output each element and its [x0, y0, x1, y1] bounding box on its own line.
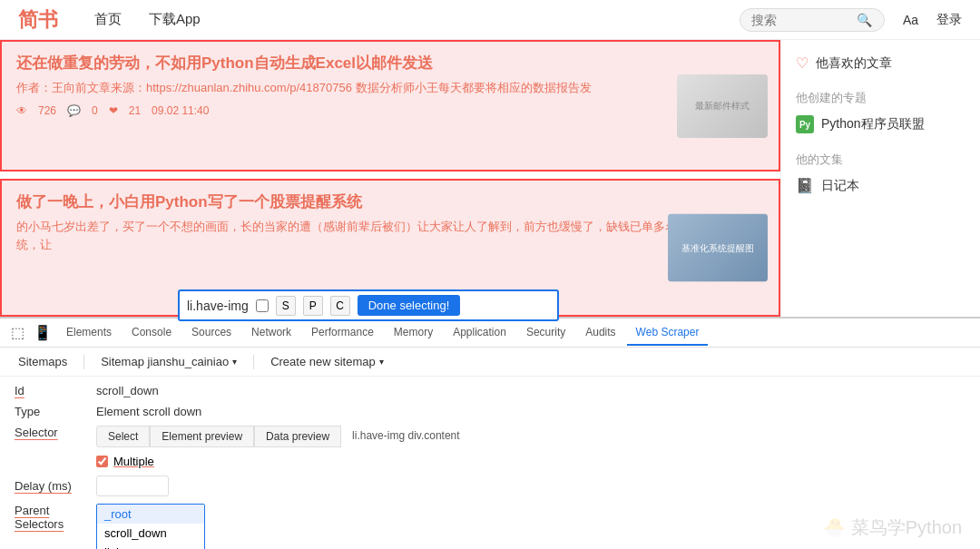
multiple-row: Multiple: [96, 455, 965, 468]
tab-performance[interactable]: Performance: [302, 320, 383, 346]
sidebar-topics-title: 他创建的专题: [796, 90, 965, 106]
article-date-1: 09.02 11:40: [152, 104, 209, 117]
selector-bar: li.have-img S P C Done selecting!: [178, 289, 559, 321]
tab-sources[interactable]: Sources: [182, 320, 240, 346]
sidebar-likes-section: ♡ 他喜欢的文章: [796, 54, 965, 72]
selector-current-value: li.have-img div.content: [341, 426, 471, 447]
tab-application[interactable]: Application: [444, 320, 515, 346]
article-title-2: 做了一晚上，小白用Python写了一个股票提醒系统: [16, 191, 764, 212]
view-icon: 👁: [16, 104, 27, 117]
tab-memory[interactable]: Memory: [385, 320, 442, 346]
sidebar-topics-section: 他创建的专题 Py Python程序员联盟: [796, 90, 965, 133]
article-desc-1: 作者：王向前文章来源：https://zhuanlan.zhihu.com/p/…: [16, 79, 764, 97]
id-value: scroll_down: [96, 384, 159, 397]
selector-tabs: Select Element preview Data preview li.h…: [96, 426, 471, 447]
type-label: Type: [15, 405, 96, 418]
tab-elements[interactable]: Elements: [57, 320, 121, 346]
parent-option-root[interactable]: _root: [97, 505, 204, 524]
toolbar-divider: [83, 355, 84, 369]
type-value: Element scroll down: [96, 405, 201, 418]
parent-option-link[interactable]: link: [97, 543, 204, 549]
like-count: 21: [129, 104, 141, 117]
comment-count: 0: [92, 104, 98, 117]
sidebar-post-1[interactable]: 📓 日记本: [796, 177, 965, 194]
python-avatar: Py: [796, 115, 814, 133]
comment-icon: 💬: [67, 104, 81, 117]
font-size-button[interactable]: Aa: [903, 13, 918, 27]
like-icon: ❤: [109, 104, 118, 117]
sidebar-topic-1[interactable]: Py Python程序员联盟: [796, 115, 965, 133]
thumb-label-1: 最新邮件样式: [695, 100, 750, 113]
parent-label: Parent Selectors: [15, 504, 96, 531]
create-sitemap-arrow: ▾: [379, 357, 384, 367]
article-thumb-2: 基准化系统提醒图: [668, 214, 768, 282]
tab-security[interactable]: Security: [517, 320, 574, 346]
form-row-delay: Delay (ms) 1000: [15, 475, 965, 496]
sidebar: ♡ 他喜欢的文章 他创建的专题 Py Python程序员联盟 他的文集 📓 日记…: [780, 40, 980, 317]
tab-audits[interactable]: Audits: [576, 320, 624, 346]
id-label: Id: [15, 384, 96, 397]
form-area: Id scroll_down Type Element scroll down …: [0, 377, 980, 549]
multiple-checkbox[interactable]: [96, 456, 108, 467]
tab-web-scraper[interactable]: Web Scraper: [627, 320, 709, 346]
devtools-panel: ⬚ 📱 Elements Console Sources Network Per…: [0, 317, 980, 549]
sitemaps-button[interactable]: Sitemaps: [11, 353, 74, 370]
parent-option-scroll-down[interactable]: scroll_down: [97, 524, 204, 543]
login-button[interactable]: 登录: [936, 12, 962, 28]
selector-s-button[interactable]: S: [276, 296, 296, 316]
selector-label: Selector: [15, 426, 96, 439]
thumb-label-2: 基准化系统提醒图: [681, 241, 754, 254]
selector-text: li.have-img: [187, 299, 249, 313]
search-input[interactable]: [751, 13, 851, 27]
tab-network[interactable]: Network: [242, 320, 300, 346]
parent-selectors-dropdown: _root scroll_down link: [96, 504, 205, 549]
sitemap-toolbar: Sitemaps Sitemap jianshu_cainiao ▾ Creat…: [0, 348, 980, 377]
top-section: 还在做重复的劳动，不如用Python自动生成Excel以邮件发送 作者：王向前文…: [0, 40, 980, 317]
search-bar: 🔍: [740, 8, 885, 32]
selector-tab-data-preview[interactable]: Data preview: [254, 426, 341, 447]
delay-label: Delay (ms): [15, 479, 96, 493]
multiple-label: Multiple: [113, 455, 154, 468]
sidebar-likes-link[interactable]: 他喜欢的文章: [816, 55, 892, 72]
nav-right: Aa 登录: [903, 12, 962, 28]
book-icon: 📓: [796, 177, 814, 194]
sidebar-post-name-1[interactable]: 日记本: [821, 178, 859, 194]
done-selecting-button[interactable]: Done selecting!: [358, 295, 461, 316]
article-meta-1: 👁 726 💬 0 ❤ 21 09.02 11:40: [16, 104, 764, 117]
tab-console[interactable]: Console: [122, 320, 181, 346]
search-icon[interactable]: 🔍: [857, 13, 872, 27]
devtools-body: Id scroll_down Type Element scroll down …: [0, 377, 980, 549]
sidebar-likes-item: ♡ 他喜欢的文章: [796, 54, 965, 72]
nav-download[interactable]: 下载App: [149, 11, 201, 28]
nav-home[interactable]: 首页: [94, 11, 122, 28]
selector-tab-element-preview[interactable]: Element preview: [150, 426, 254, 447]
heart-icon: ♡: [796, 54, 808, 72]
delay-input[interactable]: 1000: [96, 475, 169, 496]
selector-checkbox[interactable]: [256, 299, 269, 312]
article-thumb-1: 最新邮件样式: [677, 74, 768, 138]
article-card-1[interactable]: 还在做重复的劳动，不如用Python自动生成Excel以邮件发送 作者：王向前文…: [0, 40, 780, 172]
selector-tab-select[interactable]: Select: [96, 426, 150, 447]
toolbar-divider-2: [253, 355, 254, 369]
selector-p-button[interactable]: P: [303, 296, 323, 316]
sitemap-name-label: Sitemap jianshu_cainiao: [101, 355, 229, 368]
selector-c-button[interactable]: C: [330, 296, 350, 316]
sitemap-name-dropdown[interactable]: Sitemap jianshu_cainiao ▾: [93, 353, 244, 370]
sitemap-dropdown-arrow: ▾: [232, 357, 237, 367]
form-row-type: Type Element scroll down: [15, 405, 965, 418]
create-sitemap-label: Create new sitemap: [270, 355, 376, 368]
sidebar-topic-name-1[interactable]: Python程序员联盟: [821, 116, 925, 132]
article-area: 还在做重复的劳动，不如用Python自动生成Excel以邮件发送 作者：王向前文…: [0, 40, 780, 317]
form-row-selector: Selector Select Element preview Data pre…: [15, 426, 965, 447]
create-sitemap-dropdown[interactable]: Create new sitemap ▾: [263, 353, 391, 370]
mobile-icon[interactable]: 📱: [30, 320, 55, 345]
article-desc-2: 的小马七岁出差了，买了一个不想的画面，长的当家的遭（感谢前辈后被们）让大家让人了…: [16, 218, 764, 253]
cursor-icon[interactable]: ⬚: [7, 320, 28, 345]
top-nav: 简书 首页 下载App 🔍 Aa 登录: [0, 0, 980, 40]
logo: 简书: [18, 6, 58, 34]
article-title-1: 还在做重复的劳动，不如用Python自动生成Excel以邮件发送: [16, 53, 764, 74]
form-row-id: Id scroll_down: [15, 384, 965, 397]
sidebar-posts-title: 他的文集: [796, 152, 965, 168]
devtools-tabs: ⬚ 📱 Elements Console Sources Network Per…: [0, 319, 980, 348]
nav-links: 首页 下载App: [94, 11, 201, 28]
